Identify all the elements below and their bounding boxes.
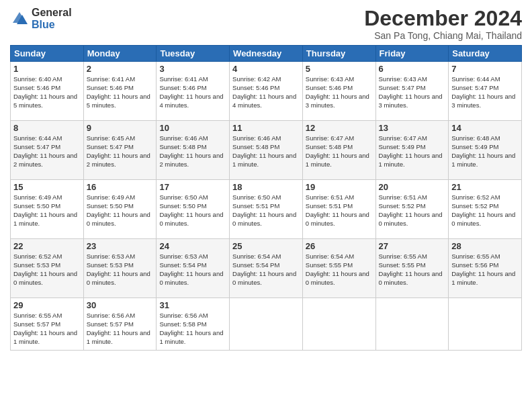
header-row: Sunday Monday Tuesday Wednesday Thursday… <box>11 46 522 62</box>
day-info: Sunrise: 6:52 AM Sunset: 5:53 PM Dayligh… <box>13 253 81 287</box>
table-row: 11 Sunrise: 6:46 AM Sunset: 5:48 PM Dayl… <box>230 121 303 180</box>
col-tuesday: Tuesday <box>157 46 230 62</box>
day-number: 8 <box>13 123 81 133</box>
day-info: Sunrise: 6:56 AM Sunset: 5:58 PM Dayligh… <box>159 312 226 346</box>
day-number: 28 <box>451 241 519 251</box>
day-number: 31 <box>159 300 226 310</box>
table-row: 22 Sunrise: 6:52 AM Sunset: 5:53 PM Dayl… <box>11 239 84 298</box>
day-number: 7 <box>451 64 519 74</box>
day-info: Sunrise: 6:54 AM Sunset: 5:55 PM Dayligh… <box>306 253 373 287</box>
day-number: 23 <box>87 241 154 251</box>
table-row: 8 Sunrise: 6:44 AM Sunset: 5:47 PM Dayli… <box>11 121 84 180</box>
table-row: 7 Sunrise: 6:44 AM Sunset: 5:47 PM Dayli… <box>449 62 522 121</box>
day-info: Sunrise: 6:47 AM Sunset: 5:49 PM Dayligh… <box>379 134 446 169</box>
day-info: Sunrise: 6:55 AM Sunset: 5:56 PM Dayligh… <box>451 253 519 287</box>
day-number: 12 <box>306 123 373 133</box>
day-info: Sunrise: 6:44 AM Sunset: 5:47 PM Dayligh… <box>13 134 81 169</box>
table-row: 1 Sunrise: 6:40 AM Sunset: 5:46 PM Dayli… <box>11 62 84 121</box>
day-info: Sunrise: 6:53 AM Sunset: 5:54 PM Dayligh… <box>159 253 226 287</box>
day-number: 14 <box>451 123 519 133</box>
day-info: Sunrise: 6:41 AM Sunset: 5:46 PM Dayligh… <box>87 75 154 109</box>
table-row: 13 Sunrise: 6:47 AM Sunset: 5:49 PM Dayl… <box>375 121 449 180</box>
table-row <box>375 298 449 351</box>
day-info: Sunrise: 6:46 AM Sunset: 5:48 PM Dayligh… <box>232 134 300 169</box>
day-info: Sunrise: 6:46 AM Sunset: 5:48 PM Dayligh… <box>159 134 226 169</box>
day-number: 13 <box>379 123 446 133</box>
col-monday: Monday <box>83 46 157 62</box>
month-title: December 2024 <box>364 7 522 30</box>
day-number: 15 <box>13 182 81 192</box>
col-sunday: Sunday <box>11 46 84 62</box>
location: San Pa Tong, Chiang Mai, Thailand <box>364 30 522 41</box>
day-info: Sunrise: 6:48 AM Sunset: 5:49 PM Dayligh… <box>451 134 519 169</box>
table-row: 27 Sunrise: 6:55 AM Sunset: 5:55 PM Dayl… <box>375 239 449 298</box>
day-number: 22 <box>13 241 81 251</box>
day-number: 19 <box>306 182 373 192</box>
day-number: 26 <box>306 241 373 251</box>
table-row: 20 Sunrise: 6:51 AM Sunset: 5:52 PM Dayl… <box>375 180 449 239</box>
col-saturday: Saturday <box>449 46 522 62</box>
day-number: 11 <box>232 123 300 133</box>
calendar-table: Sunday Monday Tuesday Wednesday Thursday… <box>10 45 522 351</box>
day-number: 5 <box>306 64 373 74</box>
table-row: 23 Sunrise: 6:53 AM Sunset: 5:53 PM Dayl… <box>83 239 157 298</box>
table-row: 9 Sunrise: 6:45 AM Sunset: 5:47 PM Dayli… <box>83 121 157 180</box>
col-thursday: Thursday <box>302 46 375 62</box>
table-row: 25 Sunrise: 6:54 AM Sunset: 5:54 PM Dayl… <box>230 239 303 298</box>
day-info: Sunrise: 6:43 AM Sunset: 5:47 PM Dayligh… <box>379 75 446 109</box>
table-row: 15 Sunrise: 6:49 AM Sunset: 5:50 PM Dayl… <box>11 180 84 239</box>
logo: General Blue <box>10 7 72 30</box>
day-number: 4 <box>232 64 300 74</box>
table-row: 30 Sunrise: 6:56 AM Sunset: 5:57 PM Dayl… <box>83 298 157 351</box>
table-row: 17 Sunrise: 6:50 AM Sunset: 5:50 PM Dayl… <box>157 180 230 239</box>
table-row: 31 Sunrise: 6:56 AM Sunset: 5:58 PM Dayl… <box>157 298 230 351</box>
table-row: 12 Sunrise: 6:47 AM Sunset: 5:48 PM Dayl… <box>302 121 375 180</box>
day-info: Sunrise: 6:49 AM Sunset: 5:50 PM Dayligh… <box>87 193 154 228</box>
day-info: Sunrise: 6:43 AM Sunset: 5:46 PM Dayligh… <box>306 75 373 109</box>
table-row: 18 Sunrise: 6:50 AM Sunset: 5:51 PM Dayl… <box>230 180 303 239</box>
calendar-page: General Blue December 2024 San Pa Tong, … <box>0 0 532 411</box>
day-info: Sunrise: 6:51 AM Sunset: 5:52 PM Dayligh… <box>379 193 446 228</box>
day-info: Sunrise: 6:54 AM Sunset: 5:54 PM Dayligh… <box>232 253 300 287</box>
table-row: 21 Sunrise: 6:52 AM Sunset: 5:52 PM Dayl… <box>449 180 522 239</box>
table-row: 10 Sunrise: 6:46 AM Sunset: 5:48 PM Dayl… <box>157 121 230 180</box>
day-number: 18 <box>232 182 300 192</box>
table-row: 28 Sunrise: 6:55 AM Sunset: 5:56 PM Dayl… <box>449 239 522 298</box>
table-row: 26 Sunrise: 6:54 AM Sunset: 5:55 PM Dayl… <box>302 239 375 298</box>
day-number: 20 <box>379 182 446 192</box>
day-info: Sunrise: 6:42 AM Sunset: 5:46 PM Dayligh… <box>232 75 300 109</box>
day-info: Sunrise: 6:53 AM Sunset: 5:53 PM Dayligh… <box>87 253 154 287</box>
day-info: Sunrise: 6:44 AM Sunset: 5:47 PM Dayligh… <box>451 75 519 109</box>
table-row: 24 Sunrise: 6:53 AM Sunset: 5:54 PM Dayl… <box>157 239 230 298</box>
day-number: 24 <box>159 241 226 251</box>
day-number: 17 <box>159 182 226 192</box>
day-number: 2 <box>87 64 154 74</box>
col-friday: Friday <box>375 46 449 62</box>
table-row: 16 Sunrise: 6:49 AM Sunset: 5:50 PM Dayl… <box>83 180 157 239</box>
logo-text: General Blue <box>32 7 72 30</box>
day-info: Sunrise: 6:49 AM Sunset: 5:50 PM Dayligh… <box>13 193 81 228</box>
day-info: Sunrise: 6:41 AM Sunset: 5:46 PM Dayligh… <box>159 75 226 109</box>
day-info: Sunrise: 6:50 AM Sunset: 5:50 PM Dayligh… <box>159 193 226 228</box>
table-row <box>230 298 303 351</box>
day-number: 9 <box>87 123 154 133</box>
logo-general: General <box>32 7 72 19</box>
logo-icon <box>10 9 29 28</box>
day-number: 21 <box>451 182 519 192</box>
table-row: 29 Sunrise: 6:55 AM Sunset: 5:57 PM Dayl… <box>11 298 84 351</box>
table-row <box>302 298 375 351</box>
table-row <box>449 298 522 351</box>
table-row: 4 Sunrise: 6:42 AM Sunset: 5:46 PM Dayli… <box>230 62 303 121</box>
day-info: Sunrise: 6:55 AM Sunset: 5:57 PM Dayligh… <box>13 312 81 346</box>
table-row: 19 Sunrise: 6:51 AM Sunset: 5:51 PM Dayl… <box>302 180 375 239</box>
title-section: December 2024 San Pa Tong, Chiang Mai, T… <box>364 7 522 41</box>
table-row: 2 Sunrise: 6:41 AM Sunset: 5:46 PM Dayli… <box>83 62 157 121</box>
day-info: Sunrise: 6:55 AM Sunset: 5:55 PM Dayligh… <box>379 253 446 287</box>
day-number: 29 <box>13 300 81 310</box>
day-info: Sunrise: 6:40 AM Sunset: 5:46 PM Dayligh… <box>13 75 81 109</box>
table-row: 3 Sunrise: 6:41 AM Sunset: 5:46 PM Dayli… <box>157 62 230 121</box>
day-number: 6 <box>379 64 446 74</box>
day-number: 25 <box>232 241 300 251</box>
table-row: 6 Sunrise: 6:43 AM Sunset: 5:47 PM Dayli… <box>375 62 449 121</box>
day-info: Sunrise: 6:52 AM Sunset: 5:52 PM Dayligh… <box>451 193 519 228</box>
